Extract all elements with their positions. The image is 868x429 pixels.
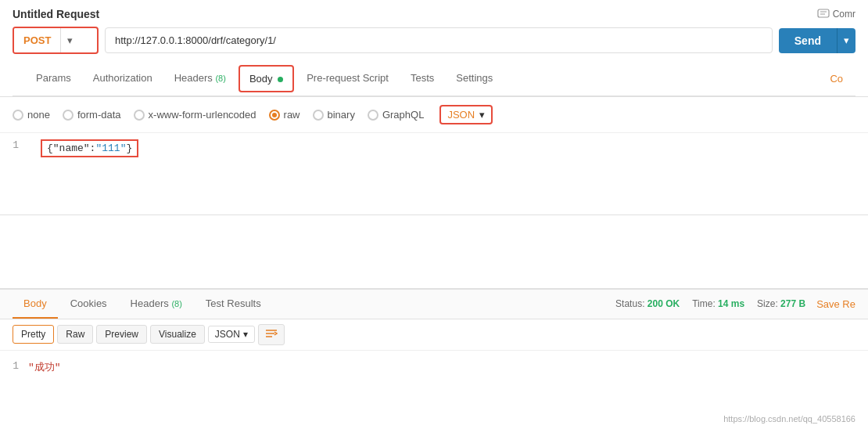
resp-tab-headers[interactable]: Headers (8) <box>120 290 193 319</box>
time-value: 14 ms <box>718 298 744 309</box>
tab-body[interactable]: Body <box>239 65 294 92</box>
method-dropdown-btn[interactable]: ▾ <box>60 28 79 52</box>
request-title: Untitled Request <box>13 8 99 20</box>
resp-tab-body[interactable]: Body <box>13 290 58 319</box>
status-label: Status: 200 OK <box>615 298 680 309</box>
wrap-icon <box>265 328 278 339</box>
response-url-hint-wrapper: https://blog.csdn.net/qq_40558166 <box>723 413 855 424</box>
headers-badge: (8) <box>215 74 225 83</box>
send-button[interactable]: Send <box>779 28 837 53</box>
send-btn-group: Send ▾ <box>779 28 855 53</box>
top-bar: Untitled Request Comr POST ▾ S <box>0 0 868 97</box>
comment-label: Comr <box>833 9 855 20</box>
radio-raw <box>269 110 280 121</box>
response-status-info: Status: 200 OK Time: 14 ms Size: 277 B <box>615 298 805 309</box>
send-dropdown-button[interactable]: ▾ <box>837 28 855 53</box>
method-label: POST <box>14 28 60 52</box>
option-graphql[interactable]: GraphQL <box>368 109 424 121</box>
resp-tab-cookies[interactable]: Cookies <box>59 290 118 319</box>
cookies-link[interactable]: Co <box>830 73 843 85</box>
resp-body-content-1: "成功" <box>28 360 61 374</box>
json-format-selector[interactable]: JSON ▾ <box>439 105 493 124</box>
resp-headers-badge: (8) <box>171 299 181 308</box>
response-json-arrow: ▾ <box>243 329 248 340</box>
url-bar-row: POST ▾ Send ▾ <box>13 27 855 62</box>
response-body-area: 1 "成功" https://blog.csdn.net/qq_40558166 <box>0 351 868 429</box>
request-tabs-row: Params Authorization Headers (8) Body Pr… <box>13 62 855 96</box>
radio-binary <box>313 110 324 121</box>
option-none[interactable]: none <box>13 109 50 121</box>
svg-rect-0 <box>818 9 829 17</box>
status-value: 200 OK <box>647 298 680 309</box>
send-dropdown-arrow: ▾ <box>844 34 849 46</box>
method-selector[interactable]: POST ▾ <box>13 27 99 54</box>
code-empty-space <box>0 215 868 289</box>
tab-authorization[interactable]: Authorization <box>82 64 163 93</box>
format-pretty-button[interactable]: Pretty <box>13 325 54 344</box>
title-row: Untitled Request Comr <box>13 8 855 27</box>
comment-button[interactable]: Comr <box>817 9 855 20</box>
url-input[interactable] <box>105 27 773 53</box>
response-json-label: JSON <box>215 329 240 340</box>
tab-pre-request[interactable]: Pre-request Script <box>296 64 400 93</box>
json-dropdown-arrow: ▾ <box>479 109 485 121</box>
radio-graphql <box>368 110 378 121</box>
option-raw[interactable]: raw <box>269 109 300 121</box>
size-label: Size: 277 B <box>757 298 805 309</box>
response-url-hint: https://blog.csdn.net/qq_40558166 <box>723 414 855 424</box>
code-content-box: {"name":"111"} <box>41 139 138 157</box>
body-options-row: none form-data x-www-form-urlencoded raw… <box>0 97 868 133</box>
json-close: } <box>126 142 132 154</box>
size-value: 277 B <box>780 298 805 309</box>
format-visualize-button[interactable]: Visualize <box>150 325 205 344</box>
response-format-row: Pretty Raw Preview Visualize JSON ▾ <box>0 319 868 351</box>
tab-params[interactable]: Params <box>25 64 82 93</box>
json-value: "111" <box>95 142 126 154</box>
code-line-1: 1 {"name":"111"} <box>0 138 868 159</box>
option-urlencoded[interactable]: x-www-form-urlencoded <box>134 109 256 121</box>
resp-line-number-1: 1 <box>0 360 28 372</box>
response-tabs-row: Body Cookies Headers (8) Test Results St… <box>0 290 868 319</box>
json-key: {"name": <box>47 142 95 154</box>
line-number-1: 1 <box>0 139 28 151</box>
body-dot <box>278 77 283 82</box>
wrap-button[interactable] <box>258 324 285 345</box>
tab-tests[interactable]: Tests <box>400 64 445 93</box>
app-container: Untitled Request Comr POST ▾ S <box>0 0 868 429</box>
save-response-button[interactable]: Save Re <box>816 298 855 310</box>
response-json-selector[interactable]: JSON ▾ <box>208 326 255 343</box>
json-format-label: JSON <box>447 109 475 121</box>
option-form-data[interactable]: form-data <box>63 109 121 121</box>
comment-icon <box>817 9 830 20</box>
code-editor[interactable]: 1 {"name":"111"} <box>0 133 868 215</box>
resp-tab-test-results[interactable]: Test Results <box>195 290 272 319</box>
format-preview-button[interactable]: Preview <box>96 325 147 344</box>
response-body-line-1: 1 "成功" <box>0 354 868 380</box>
method-dropdown-arrow: ▾ <box>67 34 73 46</box>
radio-form-data <box>63 110 74 121</box>
time-label: Time: 14 ms <box>692 298 744 309</box>
radio-urlencoded <box>134 110 145 121</box>
format-raw-button[interactable]: Raw <box>57 325 93 344</box>
tab-headers[interactable]: Headers (8) <box>163 64 237 93</box>
radio-none <box>13 110 23 121</box>
tab-settings[interactable]: Settings <box>445 64 504 93</box>
option-binary[interactable]: binary <box>313 109 355 121</box>
